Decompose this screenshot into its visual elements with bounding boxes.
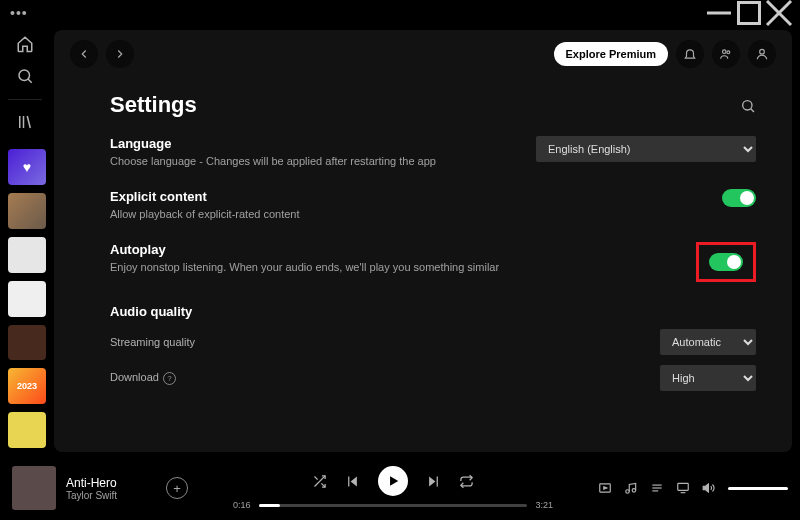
svg-point-11 — [760, 49, 765, 54]
svg-marker-20 — [604, 487, 607, 489]
now-playing-artist[interactable]: Taylor Swift — [66, 490, 156, 501]
app-menu-dots[interactable]: ••• — [6, 5, 28, 21]
autoplay-label: Autoplay — [110, 242, 676, 257]
progress-bar[interactable] — [259, 504, 528, 507]
language-label: Language — [110, 136, 516, 151]
previous-track-icon[interactable] — [345, 474, 360, 489]
svg-point-10 — [727, 51, 730, 54]
explicit-toggle[interactable] — [722, 189, 756, 207]
library-icon[interactable] — [8, 107, 42, 135]
svg-rect-26 — [678, 483, 689, 490]
profile-icon[interactable] — [748, 40, 776, 68]
playlist-tile-1[interactable] — [8, 193, 46, 229]
home-icon[interactable] — [8, 30, 42, 58]
language-select[interactable]: English (English) — [536, 136, 756, 162]
now-playing-view-icon[interactable] — [598, 481, 612, 495]
language-desc: Choose language - Changes will be applie… — [110, 155, 516, 167]
explore-premium-button[interactable]: Explore Premium — [554, 42, 668, 66]
elapsed-time: 0:16 — [233, 500, 251, 510]
sidebar: ♥ 2023 — [0, 26, 54, 456]
lyrics-icon[interactable] — [624, 481, 638, 495]
playlist-tile-2[interactable] — [8, 237, 46, 273]
player-bar: Anti-Hero Taylor Swift + 0:16 3:21 — [0, 456, 800, 520]
playlist-tile-6[interactable] — [8, 412, 46, 448]
download-quality-select[interactable]: High — [660, 365, 756, 391]
repeat-icon[interactable] — [459, 474, 474, 489]
svg-point-4 — [19, 70, 30, 81]
window-minimize[interactable] — [704, 3, 734, 23]
devices-icon[interactable] — [676, 481, 690, 495]
svg-rect-18 — [437, 476, 438, 486]
page-title: Settings — [110, 92, 197, 118]
main-panel: Explore Premium Settings Language Choose… — [54, 30, 792, 452]
volume-bar[interactable] — [728, 487, 788, 490]
search-icon[interactable] — [8, 62, 42, 90]
svg-line-13 — [751, 108, 754, 111]
autoplay-toggle[interactable] — [709, 253, 743, 271]
playlist-liked-songs[interactable]: ♥ — [8, 149, 46, 185]
title-bar: ••• — [0, 0, 800, 26]
svg-marker-17 — [429, 476, 435, 486]
audio-quality-label: Audio quality — [110, 304, 756, 319]
window-maximize[interactable] — [734, 3, 764, 23]
playlist-tile-3[interactable] — [8, 281, 46, 317]
playlist-tile-4[interactable] — [8, 325, 46, 361]
explicit-label: Explicit content — [110, 189, 702, 204]
svg-line-8 — [27, 116, 30, 128]
explicit-desc: Allow playback of explicit-rated content — [110, 208, 702, 220]
window-close[interactable] — [764, 3, 794, 23]
settings-search-icon[interactable] — [740, 98, 756, 117]
play-button[interactable] — [378, 466, 408, 496]
nav-forward-button[interactable] — [106, 40, 134, 68]
notifications-icon[interactable] — [676, 40, 704, 68]
now-playing-art[interactable] — [12, 466, 56, 510]
add-to-playlist-button[interactable]: + — [166, 477, 188, 499]
help-icon[interactable]: ? — [163, 372, 176, 385]
streaming-quality-select[interactable]: Automatic — [660, 329, 756, 355]
autoplay-desc: Enjoy nonstop listening. When your audio… — [110, 261, 676, 273]
queue-icon[interactable] — [650, 481, 664, 495]
svg-rect-1 — [739, 3, 760, 24]
svg-marker-28 — [703, 484, 708, 492]
friends-icon[interactable] — [712, 40, 740, 68]
now-playing-title[interactable]: Anti-Hero — [66, 476, 156, 490]
autoplay-highlight — [696, 242, 756, 282]
svg-point-21 — [626, 490, 630, 494]
svg-point-9 — [723, 50, 727, 54]
nav-back-button[interactable] — [70, 40, 98, 68]
next-track-icon[interactable] — [426, 474, 441, 489]
svg-marker-14 — [351, 476, 357, 486]
shuffle-icon[interactable] — [312, 474, 327, 489]
volume-icon[interactable] — [702, 481, 716, 495]
total-time: 3:21 — [535, 500, 553, 510]
playlist-tile-5[interactable]: 2023 — [8, 368, 46, 404]
svg-rect-15 — [348, 476, 349, 486]
svg-marker-16 — [390, 476, 398, 485]
download-quality-label: Download? — [110, 371, 176, 385]
streaming-quality-label: Streaming quality — [110, 336, 195, 348]
svg-line-5 — [28, 79, 32, 83]
svg-point-22 — [632, 489, 636, 493]
svg-point-12 — [743, 100, 752, 109]
